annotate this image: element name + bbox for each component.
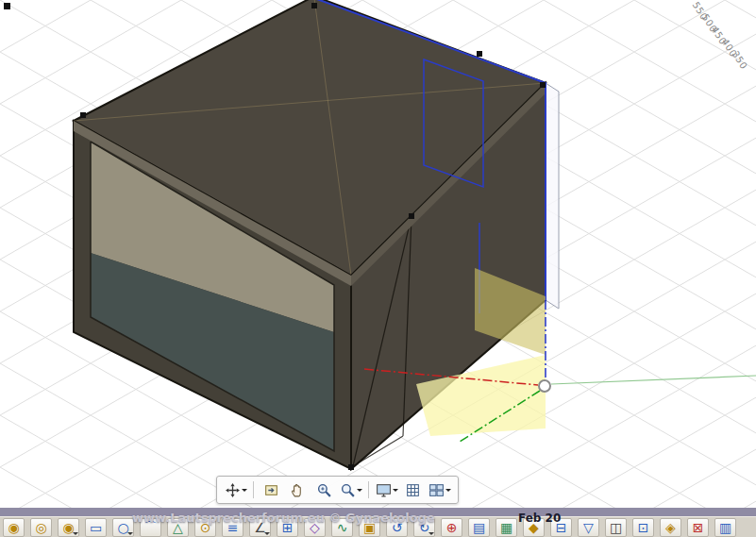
watermark-date: Feb 20	[518, 512, 561, 525]
viewport-canvas[interactable]	[0, 0, 756, 537]
tool-24[interactable]: ⊡	[632, 518, 654, 537]
tool-3[interactable]: ◉	[58, 518, 79, 537]
four-arrow-move-icon	[225, 482, 241, 498]
magnifier-plus-icon	[316, 482, 332, 498]
tool-glyph: ⊕	[446, 520, 458, 535]
tool-2[interactable]: ◎	[30, 518, 52, 537]
previous-view-icon	[263, 482, 279, 498]
grid-display-button[interactable]	[401, 479, 425, 501]
tool-glyph: ◉	[8, 520, 19, 535]
dropdown-arrow-icon	[357, 489, 362, 495]
pan-hand-button[interactable]	[286, 479, 310, 501]
zoom-options-button[interactable]	[339, 479, 362, 501]
hand-pan-icon	[290, 482, 306, 498]
toolbar-separator	[368, 481, 369, 498]
box-right-wall-sliver[interactable]	[546, 83, 559, 309]
navigation-toolbar	[216, 476, 459, 504]
tool-18[interactable]: ▤	[468, 518, 490, 537]
origin-marker[interactable]	[539, 380, 550, 392]
tool-23[interactable]: ◫	[605, 518, 627, 537]
tool-glyph: ◈	[665, 520, 676, 535]
cad-application-window: 550 500 450 400 350	[0, 0, 756, 537]
tool-glyph: ⊡	[638, 520, 649, 535]
tool-1[interactable]: ◉	[3, 518, 25, 537]
tool-22[interactable]: ▽	[578, 518, 599, 537]
tool-4[interactable]: ▭	[85, 518, 107, 537]
tool-26[interactable]: ⊠	[687, 518, 709, 537]
dropdown-arrow-icon	[445, 489, 451, 495]
tool-glyph: ▭	[90, 520, 102, 535]
zoom-button[interactable]	[312, 479, 336, 501]
tool-25[interactable]: ◈	[660, 518, 681, 537]
toolbar-separator	[253, 481, 254, 498]
vertex-dot	[4, 3, 10, 9]
tool-glyph: ◎	[35, 520, 46, 535]
magnifier-icon	[340, 482, 356, 498]
monitor-icon	[376, 482, 392, 498]
tool-glyph: ◉	[62, 520, 74, 535]
tool-glyph: ◫	[610, 520, 622, 535]
tool-glyph: ⊠	[693, 520, 704, 535]
display-style-button[interactable]	[375, 479, 398, 501]
tool-5[interactable]: ○	[112, 518, 134, 537]
tool-19[interactable]: ▦	[496, 518, 517, 537]
tool-17[interactable]: ⊕	[441, 518, 462, 537]
zoom-previous-button[interactable]	[260, 479, 283, 501]
watermark-text: www.Lautsprecherforum.eu © Gynaekologe	[132, 511, 435, 525]
tool-glyph: ▦	[500, 520, 512, 535]
tool-glyph: ○	[117, 520, 128, 535]
tool-27[interactable]: ▥	[714, 518, 736, 537]
window-tiles-icon	[428, 482, 445, 498]
pan-move-button[interactable]	[224, 479, 247, 501]
grid-icon	[405, 482, 421, 498]
dropdown-arrow-icon	[242, 489, 247, 495]
tool-glyph: ▤	[473, 520, 485, 535]
tool-glyph: ▽	[583, 520, 594, 535]
viewport-layout-button[interactable]	[428, 479, 451, 501]
tool-glyph: ▥	[719, 520, 731, 535]
dropdown-arrow-icon	[393, 489, 398, 495]
